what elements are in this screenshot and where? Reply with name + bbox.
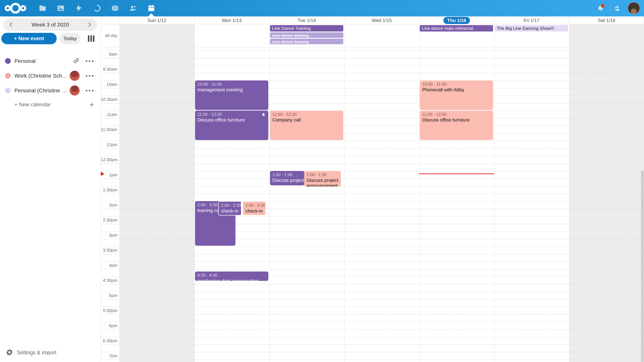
- grid-line: [100, 48, 644, 48]
- next-week-button[interactable]: [82, 18, 97, 31]
- notification-badge: [601, 4, 604, 8]
- all-day-event[interactable]: The Big Line Dancing Show!!!: [495, 25, 568, 31]
- event[interactable]: 11:00 - 12:00Discuss office furniture: [195, 111, 268, 140]
- today-button[interactable]: Today: [60, 33, 80, 44]
- week-label[interactable]: Week 3 of 2020: [19, 22, 82, 28]
- contacts-menu-icon[interactable]: [611, 0, 623, 16]
- new-calendar-label: + New calendar: [14, 102, 51, 108]
- event-title: Company call: [272, 117, 341, 123]
- grid-line-15min: [100, 58, 644, 58]
- all-day-label: all-day: [100, 33, 118, 38]
- event-title: purchasing dept conversation: [198, 278, 266, 281]
- event-time: 1:00 - 1:30: [306, 172, 338, 177]
- grid-line-15min: [100, 103, 644, 104]
- navbar-right: [595, 0, 640, 16]
- all-day-event[interactable]: Line dance training: [270, 39, 343, 44]
- grid-line-15min: [100, 314, 644, 315]
- day-header-fri[interactable]: Fri 1/17: [494, 16, 569, 24]
- column-border: [100, 16, 101, 362]
- grid-line-15min: [100, 239, 644, 239]
- activity-app-icon[interactable]: [70, 0, 88, 16]
- event[interactable]: 1:00 - 1:30Discuss project announcement: [304, 171, 341, 187]
- grid-line-30min: [100, 337, 644, 337]
- grid-line-30min: [100, 111, 644, 111]
- grid-line-15min: [100, 178, 644, 179]
- event-time: 11:00 - 12:00: [422, 112, 491, 117]
- settings-import-button[interactable]: Settings & import: [0, 348, 100, 358]
- new-event-button[interactable]: + New event: [1, 33, 57, 44]
- calendar-name: Personal (Christine Schott): [14, 87, 70, 94]
- grid-line-30min: [100, 156, 644, 156]
- calendar-menu-icon[interactable]: ●●●: [85, 73, 94, 78]
- event-title: check-in: [245, 208, 263, 214]
- contacts-app-icon[interactable]: [124, 0, 142, 16]
- shared-by-avatar: [70, 71, 80, 81]
- calendar-name: Work (Christine Schott): [14, 73, 70, 79]
- event[interactable]: 2:00 - 2:30check-in: [218, 201, 242, 216]
- sidebar: Week 3 of 2020 + New event Today Persona…: [0, 16, 100, 362]
- calendar-item-personal-christine[interactable]: Personal (Christine Schott) ●●●: [0, 83, 100, 98]
- time-label: 3:30pm: [100, 248, 118, 253]
- grid-line-15min: [100, 360, 644, 360]
- day-header-tue[interactable]: Tue 1/14: [269, 16, 344, 24]
- calendar-app-icon[interactable]: [142, 0, 160, 16]
- day-header-label: Sat 1/18: [598, 18, 615, 23]
- calendar-menu-icon[interactable]: ●●●: [85, 59, 94, 63]
- calendar-item-personal[interactable]: Personal ●●●: [0, 54, 100, 68]
- calendar-menu-icon[interactable]: ●●●: [85, 88, 94, 93]
- all-day-event[interactable]: Line dance training: [270, 32, 343, 38]
- calendar-color-dot: [5, 88, 11, 93]
- nextcloud-logo[interactable]: [5, 0, 26, 16]
- event[interactable]: 4:20 - 4:40purchasing dept conversation: [195, 272, 268, 281]
- files-app-icon[interactable]: [34, 0, 52, 16]
- event[interactable]: 1:00 - 1:30Discuss project announcement: [270, 171, 304, 185]
- grid-line-15min: [100, 73, 644, 73]
- column-border: [569, 16, 569, 362]
- grid-line-15min: [100, 163, 644, 164]
- calendar-week-view: Sun 1/12Mon 1/13Tue 1/14Wed 1/15Thu 1/16…: [100, 16, 644, 362]
- time-label: 1:30pm: [100, 187, 118, 193]
- event[interactable]: 10:00 - 11:00management meeting: [195, 80, 268, 110]
- top-navbar: [0, 0, 644, 16]
- grid-line-30min: [100, 171, 644, 171]
- talk-app-icon[interactable]: [88, 0, 106, 16]
- all-day-event[interactable]: Line Dance Training: [270, 25, 343, 31]
- mail-app-icon[interactable]: [106, 0, 124, 16]
- event-title: Discuss project announcement: [306, 178, 338, 187]
- previous-week-button[interactable]: [3, 18, 19, 31]
- day-header-mon[interactable]: Mon 1/13: [194, 16, 269, 24]
- view-mode-icon[interactable]: [88, 35, 94, 42]
- gear-icon: [6, 349, 13, 357]
- event[interactable]: 11:00 - 12:00Company call: [270, 111, 343, 140]
- calendar-item-work-christine[interactable]: Work (Christine Schott) ●●●: [0, 68, 100, 83]
- time-label: 12:30pm: [100, 157, 118, 162]
- event-title: Phonecall with Abby: [422, 87, 491, 92]
- new-calendar-button[interactable]: + New calendar +: [0, 98, 100, 111]
- time-label: 5:30pm: [100, 308, 118, 313]
- time-label: 10am: [100, 82, 118, 87]
- notifications-bell-icon[interactable]: [595, 0, 606, 16]
- all-day-event[interactable]: Line dance main rehearsal: [420, 25, 493, 31]
- grid-line-15min: [100, 194, 644, 194]
- user-avatar[interactable]: [628, 2, 640, 14]
- share-link-icon[interactable]: [73, 57, 80, 65]
- day-header-label: Sun 1/12: [148, 18, 166, 23]
- event-title: Discuss project announcement: [272, 178, 302, 183]
- event[interactable]: 2:00 - 2:30check-in: [242, 201, 266, 216]
- day-header-label: Fri 1/17: [524, 18, 540, 23]
- logo-circle: [20, 5, 26, 11]
- event-title: check-in: [221, 208, 239, 214]
- event-title: Discuss office furniture: [422, 117, 491, 123]
- grid-line-30min: [100, 95, 644, 96]
- day-header-sat[interactable]: Sat 1/18: [569, 16, 644, 24]
- vertical-scrollbar[interactable]: [641, 170, 644, 362]
- day-header-label: Wed 1/15: [372, 18, 392, 23]
- day-header-wed[interactable]: Wed 1/15: [344, 16, 419, 24]
- day-header-thu[interactable]: Thu 1/16: [419, 16, 494, 24]
- grid-line-15min: [100, 254, 644, 254]
- calendar-name: Personal: [14, 58, 36, 64]
- photos-app-icon[interactable]: [52, 0, 70, 16]
- day-header-sun[interactable]: Sun 1/12: [120, 16, 194, 24]
- event[interactable]: 10:00 - 11:00Phonecall with Abby: [420, 80, 493, 110]
- event[interactable]: 11:00 - 12:00Discuss office furniture: [420, 111, 493, 140]
